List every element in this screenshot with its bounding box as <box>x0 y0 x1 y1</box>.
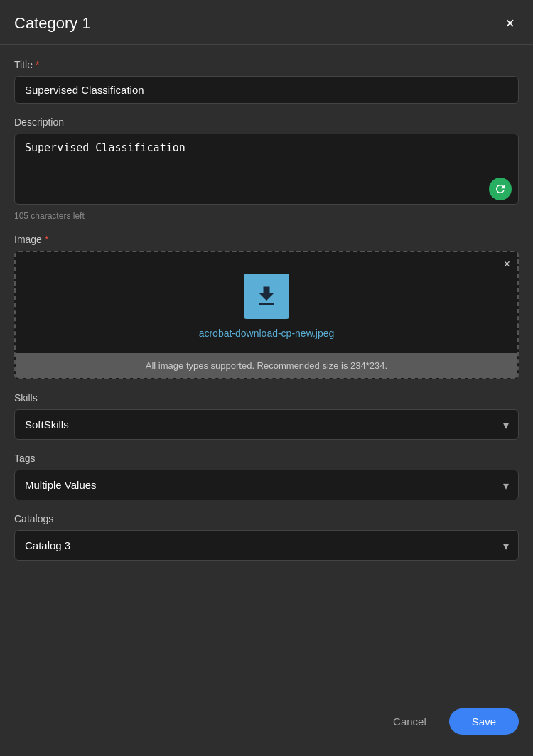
upload-icon-box <box>244 274 289 319</box>
skills-select-wrapper: SoftSkills HardSkills Technical ▾ <box>14 409 519 440</box>
description-label: Description <box>14 117 519 128</box>
refresh-button[interactable] <box>489 178 512 200</box>
tags-select-wrapper: Multiple Values Tag 1 Tag 2 ▾ <box>14 470 519 500</box>
char-count: 105 characters left <box>14 211 519 221</box>
cancel-button[interactable]: Cancel <box>382 708 438 735</box>
image-hint-bar: All image types supported. Recommended s… <box>16 353 517 378</box>
image-label: Image * <box>14 234 519 245</box>
image-required-star: * <box>45 234 48 245</box>
image-upload-area[interactable]: × acrobat-download-cp-new.jpeg All image… <box>14 251 519 379</box>
skills-field-group: Skills SoftSkills HardSkills Technical ▾ <box>14 392 519 440</box>
close-button[interactable]: × <box>501 14 519 33</box>
title-field-group: Title * <box>14 59 519 104</box>
tags-label: Tags <box>14 453 519 464</box>
skills-select[interactable]: SoftSkills HardSkills Technical <box>14 409 519 440</box>
upload-close-button[interactable]: × <box>504 258 510 271</box>
title-required-star: * <box>36 59 39 70</box>
catalogs-select-wrapper: Catalog 1 Catalog 2 Catalog 3 ▾ <box>14 530 519 561</box>
modal-footer: Cancel Save <box>0 691 533 756</box>
skills-label: Skills <box>14 392 519 404</box>
modal-header: Category 1 × <box>0 0 533 45</box>
catalogs-field-group: Catalogs Catalog 1 Catalog 2 Catalog 3 ▾ <box>14 513 519 561</box>
download-icon <box>254 284 279 309</box>
description-field-group: Description Supervised Classification 10… <box>14 117 519 221</box>
modal-title: Category 1 <box>14 14 91 33</box>
description-wrapper: Supervised Classification <box>14 134 519 207</box>
image-field-group: Image * × acrobat-download-cp-new.jpeg A… <box>14 234 519 379</box>
modal-body: Title * Description Supervised Classific… <box>0 45 533 691</box>
upload-filename[interactable]: acrobat-download-cp-new.jpeg <box>199 328 335 339</box>
description-textarea[interactable]: Supervised Classification <box>14 134 519 205</box>
tags-field-group: Tags Multiple Values Tag 1 Tag 2 ▾ <box>14 453 519 500</box>
title-input[interactable] <box>14 76 519 104</box>
image-upload-inner: × acrobat-download-cp-new.jpeg <box>16 252 517 353</box>
save-button[interactable]: Save <box>449 708 519 735</box>
catalogs-label: Catalogs <box>14 513 519 524</box>
modal-container: Category 1 × Title * Description Supervi… <box>0 0 533 756</box>
title-label: Title * <box>14 59 519 70</box>
catalogs-select[interactable]: Catalog 1 Catalog 2 Catalog 3 <box>14 530 519 561</box>
tags-select[interactable]: Multiple Values Tag 1 Tag 2 <box>14 470 519 500</box>
